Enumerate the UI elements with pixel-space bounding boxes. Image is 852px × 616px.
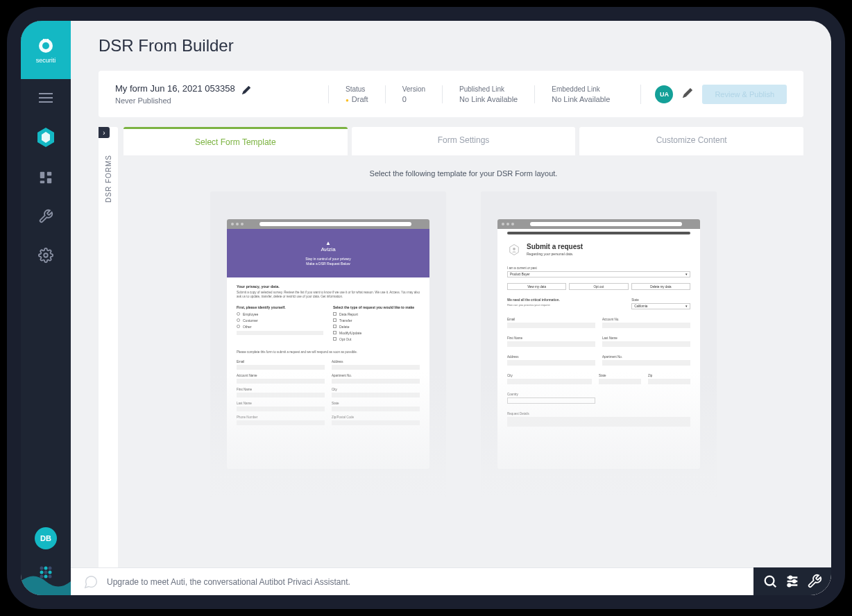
form-name: My form Jun 16, 2021 053358 — [115, 83, 235, 94]
svg-rect-5 — [39, 97, 53, 99]
form-info-bar: My form Jun 16, 2021 053358 Never Publis… — [99, 71, 803, 117]
nav-item-settings[interactable] — [36, 246, 56, 265]
template-option-2[interactable]: Submit a request Regarding your personal… — [481, 191, 717, 497]
brand-logo[interactable]: securiti — [21, 21, 71, 79]
filter-button[interactable] — [783, 572, 802, 591]
wave-decoration — [21, 567, 71, 595]
svg-rect-2 — [43, 39, 44, 42]
svg-point-25 — [765, 576, 774, 585]
main-content: DSR From Builder My form Jun 16, 2021 05… — [71, 21, 831, 595]
review-publish-button[interactable]: Review & Publish — [702, 85, 787, 104]
svg-point-28 — [789, 576, 792, 579]
editor-avatar[interactable]: UA — [655, 85, 673, 103]
svg-line-26 — [773, 584, 776, 587]
user-avatar[interactable]: DB — [35, 527, 57, 549]
svg-point-24 — [513, 248, 516, 250]
chat-icon — [83, 574, 99, 590]
meta-published-link: Published Link No Link Available — [442, 85, 534, 103]
builder-tabs: Select Form Template Form Settings Custo… — [123, 127, 803, 155]
shield-icon — [36, 36, 56, 55]
svg-rect-11 — [40, 181, 44, 184]
svg-rect-12 — [47, 178, 51, 183]
svg-point-1 — [42, 42, 49, 49]
menu-toggle-button[interactable] — [39, 93, 53, 105]
svg-rect-3 — [47, 39, 49, 42]
svg-rect-6 — [39, 101, 53, 103]
svg-rect-9 — [40, 172, 44, 178]
tab-customize-content[interactable]: Customize Content — [579, 127, 803, 155]
bottom-toolbar — [753, 567, 831, 595]
build-button[interactable] — [805, 572, 824, 591]
edit-name-button[interactable] — [242, 85, 250, 93]
page-title: DSR From Builder — [71, 21, 831, 71]
panel-label: DSR FORMS — [105, 155, 112, 203]
edit-button[interactable] — [683, 88, 692, 101]
publish-status: Never Published — [115, 96, 314, 105]
instruction-text: Select the following template for your D… — [123, 169, 803, 178]
svg-point-30 — [793, 580, 796, 583]
tab-select-template[interactable]: Select Form Template — [123, 127, 348, 155]
meta-embedded-link: Embedded Link No Link Available — [534, 85, 627, 103]
nav-item-dashboard[interactable] — [36, 168, 56, 187]
assistant-message: Upgrade to meet Auti, the conversational… — [107, 577, 819, 587]
tab-form-settings[interactable]: Form Settings — [352, 127, 576, 155]
meta-version: Version 0 — [385, 85, 442, 103]
nav-item-module[interactable] — [35, 126, 57, 148]
brand-name: securiti — [36, 57, 56, 64]
sidebar: securiti DB — [21, 21, 71, 595]
dsr-forms-panel: › DSR FORMS — [99, 127, 118, 595]
search-button[interactable] — [760, 572, 780, 591]
nav-item-tools[interactable] — [36, 207, 56, 226]
svg-point-32 — [788, 584, 791, 587]
svg-rect-4 — [39, 93, 53, 94]
meta-status: Status Draft — [328, 85, 385, 103]
expand-panel-button[interactable]: › — [99, 127, 110, 138]
svg-point-13 — [44, 253, 48, 257]
assistant-bar: Upgrade to meet Auti, the conversational… — [71, 567, 831, 595]
svg-rect-10 — [47, 172, 51, 176]
template-option-1[interactable]: ▲Avizia Stay in control of your privacyM… — [210, 191, 446, 497]
